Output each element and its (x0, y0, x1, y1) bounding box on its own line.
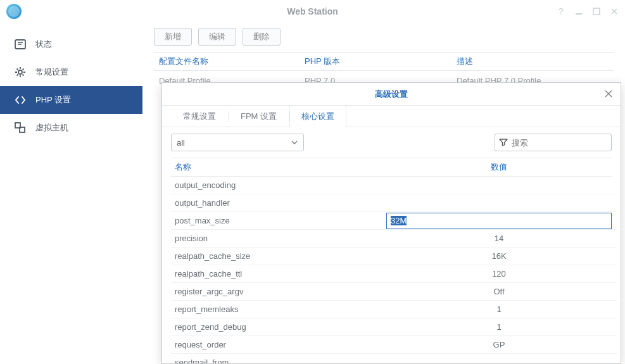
close-button[interactable] (610, 7, 619, 16)
setting-name: sendmail_from (171, 358, 386, 363)
vhost-icon (14, 122, 27, 134)
setting-row[interactable]: realpath_cache_ttl120 (171, 265, 617, 283)
title-bar: Web Station ? (0, 0, 625, 23)
sidebar-item-label: 常规设置 (35, 66, 68, 78)
setting-row[interactable]: report_zend_debug1 (171, 318, 617, 336)
setting-row[interactable]: register_argc_argvOff (171, 283, 617, 301)
advanced-settings-dialog: 高级设置 常规设置 FPM 设置 核心设置 all 名称 数值 output_e… (161, 82, 621, 364)
setting-value[interactable] (386, 213, 617, 229)
setting-row[interactable]: output_encoding (171, 177, 617, 194)
search-box[interactable] (495, 134, 612, 151)
dialog-controls: all (162, 127, 621, 158)
dialog-tabs: 常规设置 FPM 设置 核心设置 (162, 106, 621, 127)
col-description[interactable]: 描述 (451, 56, 614, 67)
sidebar-item-label: 虚拟主机 (35, 122, 68, 134)
setting-row[interactable]: precision14 (171, 230, 617, 248)
svg-point-7 (18, 70, 22, 74)
setting-value: 1 (386, 304, 617, 314)
dialog-title: 高级设置 (375, 89, 408, 100)
filter-select[interactable]: all (171, 134, 304, 151)
setting-name: report_memleaks (171, 304, 386, 314)
col-setting-value[interactable]: 数值 (386, 161, 612, 173)
setting-name: output_encoding (171, 180, 386, 190)
setting-value: GP (386, 340, 617, 349)
sidebar-item-label: PHP 设置 (35, 94, 71, 106)
setting-name: realpath_cache_size (171, 251, 386, 261)
chevron-down-icon (291, 139, 298, 146)
tab-general[interactable]: 常规设置 (171, 105, 228, 127)
dialog-close-button[interactable] (603, 88, 614, 99)
col-setting-name[interactable]: 名称 (171, 161, 386, 173)
toolbar: 新增 编辑 删除 (154, 28, 614, 46)
setting-name: output_handler (171, 198, 386, 208)
setting-value: 16K (386, 251, 617, 261)
code-icon (14, 94, 27, 106)
setting-name: realpath_cache_ttl (171, 269, 386, 279)
setting-row[interactable]: request_orderGP (171, 336, 617, 354)
col-profile-name[interactable]: 配置文件名称 (154, 56, 300, 67)
setting-row[interactable]: report_memleaks1 (171, 301, 617, 318)
setting-value: 1 (386, 322, 617, 332)
sidebar: 状态 常规设置 PHP 设置 虚拟主机 (0, 23, 142, 364)
tab-core[interactable]: 核心设置 (289, 105, 346, 127)
setting-row[interactable]: post_max_size (171, 212, 617, 230)
setting-value: Off (386, 287, 617, 296)
col-php-version[interactable]: PHP 版本 (300, 56, 451, 67)
sidebar-item-vhost[interactable]: 虚拟主机 (0, 114, 142, 142)
filter-icon (499, 138, 508, 147)
maximize-button[interactable] (592, 7, 601, 16)
setting-name: report_zend_debug (171, 322, 386, 332)
edit-button[interactable]: 编辑 (198, 28, 236, 46)
dialog-title-bar: 高级设置 (162, 83, 621, 106)
status-icon (14, 38, 27, 51)
setting-name: register_argc_argv (171, 287, 386, 296)
app-icon (6, 4, 22, 19)
sidebar-item-label: 状态 (35, 39, 52, 50)
search-input[interactable] (512, 138, 618, 147)
setting-name: post_max_size (171, 216, 386, 225)
setting-value: 14 (386, 234, 617, 243)
setting-value-input[interactable] (386, 213, 612, 229)
window-title: Web Station (0, 6, 625, 16)
gear-icon (14, 66, 27, 78)
setting-row[interactable]: output_handler (171, 194, 617, 212)
setting-value: 120 (386, 269, 617, 279)
delete-button[interactable]: 删除 (243, 28, 281, 46)
tab-fpm[interactable]: FPM 设置 (229, 105, 289, 127)
help-icon[interactable]: ? (557, 7, 565, 16)
sidebar-item-general[interactable]: 常规设置 (0, 58, 142, 86)
profile-table-header: 配置文件名称 PHP 版本 描述 (154, 52, 614, 71)
window-controls: ? (557, 7, 619, 16)
settings-rows[interactable]: output_encodingoutput_handlerpost_max_si… (171, 177, 617, 363)
sidebar-item-php[interactable]: PHP 设置 (0, 86, 142, 114)
minimize-button[interactable] (574, 7, 583, 16)
setting-name: precision (171, 234, 386, 243)
svg-rect-1 (593, 8, 600, 15)
add-button[interactable]: 新增 (154, 28, 192, 46)
setting-name: request_order (171, 340, 386, 349)
setting-row[interactable]: sendmail_from (171, 354, 617, 363)
setting-row[interactable]: realpath_cache_size16K (171, 248, 617, 265)
sidebar-item-status[interactable]: 状态 (0, 30, 142, 58)
settings-table-header: 名称 数值 (171, 158, 612, 177)
filter-select-value: all (177, 138, 185, 147)
